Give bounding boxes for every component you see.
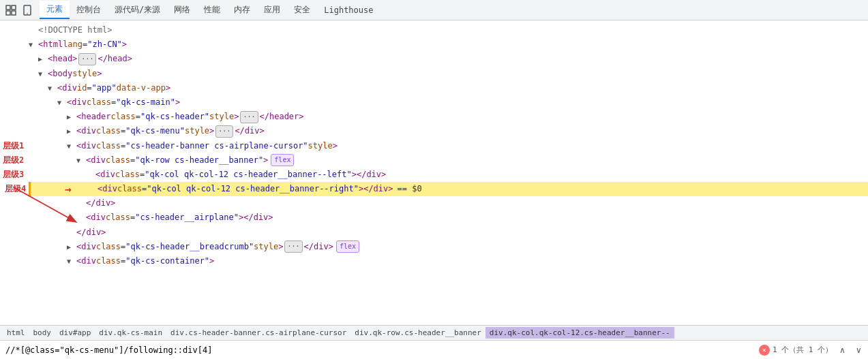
tree-line[interactable]: <body style> — [29, 67, 868, 81]
top-nav: 元素 控制台 源代码/来源 网络 性能 内存 应用 安全 Lighthouse — [0, 0, 868, 20]
breadcrumb-div-app[interactable]: div#app — [55, 327, 95, 339]
tree-line[interactable]: <head> ··· </head> — [29, 52, 868, 66]
breadcrumb-qk-cs-main[interactable]: div.qk-cs-main — [95, 327, 166, 339]
breadcrumb-qk-row[interactable]: div.qk-row.cs-header__banner — [350, 327, 485, 339]
tree-line[interactable]: </div> — [29, 196, 868, 210]
search-controls: ✕ 1 个（共 1 个） ∧ ∨ — [759, 343, 865, 357]
search-next-button[interactable]: ∨ — [852, 343, 865, 357]
tree-line[interactable]: <div class="cs-header__airplane"></div> — [29, 210, 868, 225]
svg-rect-0 — [6, 5, 10, 10]
svg-rect-2 — [6, 11, 10, 15]
nav-item-lighthouse[interactable]: Lighthouse — [317, 3, 380, 18]
dom-tree[interactable]: <!DOCTYPE html> <html lang="zh-CN"> <hea… — [0, 20, 868, 325]
tree-container: <!DOCTYPE html> <html lang="zh-CN"> <hea… — [0, 23, 868, 268]
level3-label: 层级3 — [3, 168, 24, 181]
nav-item-security[interactable]: 安全 — [287, 1, 317, 18]
arrow-right: → — [65, 181, 72, 198]
nav-item-console[interactable]: 控制台 — [70, 1, 108, 18]
tree-line[interactable]: <!DOCTYPE html> — [29, 23, 868, 37]
main-content: <!DOCTYPE html> <html lang="zh-CN"> <hea… — [0, 20, 868, 359]
tree-line[interactable]: <div class="qk-cs-container"> — [29, 254, 868, 268]
tree-line[interactable]: 层级1 <div class="cs-header-banner cs-airp… — [29, 139, 868, 153]
nav-item-performance[interactable]: 性能 — [197, 1, 227, 18]
svg-point-5 — [27, 13, 28, 14]
nav-item-application[interactable]: 应用 — [257, 1, 287, 18]
tree-line[interactable]: <html lang="zh-CN"> — [29, 37, 868, 52]
tree-line[interactable]: <div class="qk-cs-header__breadcrumb" st… — [29, 240, 868, 254]
breadcrumb-cs-header-banner[interactable]: div.cs-header-banner.cs-airplane-cursor — [166, 327, 350, 339]
tree-line[interactable]: 层级3 <div class="qk-col qk-col-12 cs-head… — [29, 168, 868, 182]
nav-item-sources[interactable]: 源代码/来源 — [108, 1, 167, 18]
svg-rect-3 — [12, 11, 16, 15]
tree-line[interactable]: <div class="qk-cs-main"> — [29, 95, 868, 110]
search-input[interactable] — [3, 344, 759, 356]
search-bar: ✕ 1 个（共 1 个） ∧ ∨ — [0, 340, 868, 359]
tree-line[interactable]: </div> — [29, 225, 868, 240]
nav-item-elements[interactable]: 元素 — [40, 1, 70, 19]
breadcrumb-body[interactable]: body — [29, 327, 56, 339]
breadcrumb-bar: html body div#app div.qk-cs-main div.cs-… — [0, 325, 868, 340]
tree-line[interactable]: <div class="qk-cs-menu" style> ··· </div… — [29, 124, 868, 138]
search-prev-button[interactable]: ∧ — [835, 343, 849, 357]
svg-rect-1 — [12, 5, 16, 10]
tree-line[interactable]: <div id="app" data-v-app> — [29, 81, 868, 95]
level4-label: 层级4 — [5, 183, 26, 196]
breadcrumb-active[interactable]: div.qk-col.qk-col-12.cs-header__banner-- — [485, 327, 674, 339]
tree-line[interactable]: 层级2 <div class="qk-row cs-header__banner… — [29, 153, 868, 168]
flex-badge2: flex — [336, 240, 359, 253]
tree-line[interactable]: <header class="qk-cs-header" style> ··· … — [29, 110, 868, 124]
breadcrumb-html[interactable]: html — [3, 327, 29, 339]
flex-badge: flex — [271, 154, 294, 166]
level2-label: 层级2 — [3, 154, 24, 167]
level1-label: 层级1 — [3, 140, 24, 153]
nav-item-memory[interactable]: 内存 — [227, 1, 257, 18]
mobile-icon[interactable] — [19, 2, 35, 18]
devtools-window: 元素 控制台 源代码/来源 网络 性能 内存 应用 安全 Lighthouse … — [0, 0, 868, 359]
nav-item-network[interactable]: 网络 — [167, 1, 197, 18]
search-count: 1 个（共 1 个） — [773, 345, 833, 355]
tree-line-selected[interactable]: 层级4 → <div class="qk-col qk-col-12 cs-he… — [29, 182, 868, 196]
clear-search-button[interactable]: ✕ — [759, 345, 770, 356]
devtools-icon[interactable] — [3, 2, 19, 18]
